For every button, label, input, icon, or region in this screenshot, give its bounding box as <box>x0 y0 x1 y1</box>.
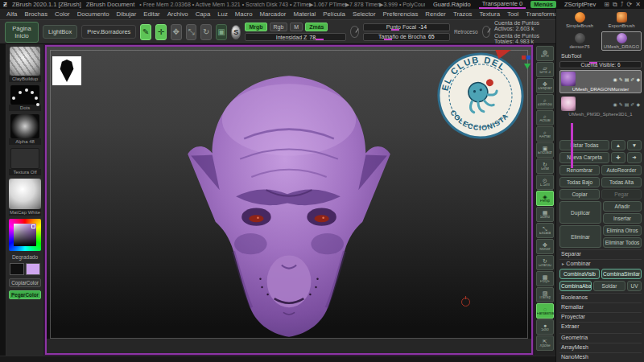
subtool-thumbnail[interactable] <box>561 72 576 86</box>
visible-count-slider[interactable]: Cuenta Visible: 6 <box>559 61 642 68</box>
secondary-color-swatch[interactable] <box>26 263 40 275</box>
menu-item[interactable]: Editar <box>143 10 159 18</box>
color-picker[interactable] <box>9 219 41 251</box>
insert-button[interactable]: Insertar <box>603 213 642 224</box>
slider-thumb[interactable] <box>384 39 392 40</box>
paste-color-button[interactable]: PegarColor <box>9 290 41 299</box>
right-shelf-button[interactable]: ↻ Girar3D <box>536 255 554 270</box>
menu-item[interactable]: Render <box>425 10 446 18</box>
menus-button[interactable]: Menús <box>530 1 556 8</box>
delete-button[interactable]: Eliminar <box>559 225 601 248</box>
folder-go-icon[interactable]: ➜ <box>627 152 642 163</box>
right-shelf-button[interactable]: ▨ Transp <box>536 287 554 302</box>
right-shelf-button[interactable]: ▦ Suelo <box>536 207 554 222</box>
quick-save-button[interactable]: Guard.Rápido <box>430 1 474 8</box>
move-down-button[interactable]: ▼ <box>627 140 642 150</box>
paint-icon[interactable]: ✎ <box>619 101 623 107</box>
mrgb-button[interactable]: Mrgb <box>245 23 266 31</box>
slider-thumb[interactable] <box>391 29 399 31</box>
menu-item[interactable]: Material <box>293 10 316 18</box>
merge-visible-button[interactable]: CombinaVisib <box>559 269 600 279</box>
right-shelf-button[interactable]: ↻ Girar <box>536 158 554 174</box>
extract-section-header[interactable]: Extraer <box>559 322 642 330</box>
right-shelf-button[interactable]: ▩ PolyF <box>536 271 554 286</box>
remesh-section-header[interactable]: Remallar <box>559 302 642 311</box>
right-shelf-button[interactable]: ◈ Persp <box>536 191 554 206</box>
right-shelf-button[interactable]: ◌ Fantasma <box>536 303 554 319</box>
tool-tile[interactable]: SimpleBrush <box>559 10 600 30</box>
delete-all-button[interactable]: Eliminar Todos <box>603 237 642 248</box>
current-brush-thumbnail[interactable]: ClayBuildup <box>9 47 41 82</box>
tool-tile[interactable]: UMesh_DRAGO <box>601 31 642 51</box>
all-low-button[interactable]: Todas Bajo <box>559 177 600 187</box>
menu-item[interactable]: Tool <box>507 10 518 18</box>
slider-thumb[interactable] <box>589 62 597 64</box>
subtool-row[interactable]: ◉ ✎ ▤ ✐ ◆ UMesh_PM3D_Sphere3D1_1 <box>559 95 642 118</box>
copy-color-button[interactable]: CopiarColor <box>9 278 41 287</box>
right-shelf-button[interactable]: ✥ Desplaz <box>536 78 554 93</box>
palette-section-header[interactable]: NanoMesh <box>559 352 642 360</box>
split-section-header[interactable]: Separar <box>559 249 642 257</box>
draw-mode-button[interactable]: ✛ <box>155 24 167 40</box>
menu-item[interactable]: Marcador <box>260 10 287 18</box>
current-alpha-thumbnail[interactable]: Alpha 48 <box>9 114 41 145</box>
paste-button[interactable]: Pegar <box>601 189 642 200</box>
right-shelf-button[interactable]: ⤡ Escala <box>536 223 554 238</box>
menu-item[interactable]: Archivo <box>167 10 188 18</box>
edit-mode-button[interactable]: ✎ <box>140 24 151 40</box>
right-shelf-button[interactable]: ✥ Mover <box>536 239 554 254</box>
scale-mode-button[interactable]: ⤡ <box>186 24 197 40</box>
right-shelf-button[interactable]: ▣ Encuadr <box>536 142 554 158</box>
brush-size-slider[interactable]: Tamaño de Brocha 65 <box>363 33 450 41</box>
lightbox-button[interactable]: LightBox <box>43 25 77 39</box>
menu-item[interactable]: Película <box>323 10 345 18</box>
pen-icon[interactable]: ✐ <box>630 76 634 82</box>
delete-other-button[interactable]: Elimina Otros <box>603 225 642 236</box>
subtool-row[interactable]: ◉ ✎ ▤ ✐ ◆ UMesh_DRAGONMonster <box>559 70 642 93</box>
rgb-button[interactable]: Rgb <box>270 23 288 31</box>
new-folder-button[interactable]: Nueva Carpeta <box>559 152 609 163</box>
layers-icon[interactable]: ▤ <box>625 76 630 82</box>
focal-shift-knob-icon[interactable] <box>350 26 359 38</box>
main-color-swatch[interactable] <box>10 263 24 275</box>
autoreorder-button[interactable]: AutoReorder <box>601 165 642 175</box>
append-button[interactable]: Añadir <box>603 201 642 212</box>
window-control-icon[interactable]: ✕ <box>635 1 641 9</box>
right-shelf-button[interactable]: ⊙ L.Sim <box>536 175 554 190</box>
scroll-indicator[interactable] <box>571 123 573 168</box>
right-shelf-button[interactable]: ⌕ Zoom3D <box>536 94 554 109</box>
transparent-button[interactable]: Transparente 0 <box>479 0 526 9</box>
move-up-button[interactable]: ▲ <box>611 140 625 150</box>
subtool-header[interactable]: SubTool <box>559 52 642 60</box>
points-knob-icon[interactable] <box>482 26 491 38</box>
zadd-button[interactable]: Zmás <box>305 23 328 31</box>
layers-icon[interactable]: ▤ <box>625 101 630 107</box>
move-mode-button[interactable]: ✥ <box>171 24 182 40</box>
left-tray-divider[interactable] <box>0 44 6 356</box>
window-control-icon[interactable]: ⊞ <box>604 1 609 9</box>
tool-tile[interactable]: demon75 <box>559 31 600 51</box>
menu-item[interactable]: Transformar <box>526 10 555 18</box>
focal-shift-slider[interactable]: Punto Focal -14 <box>363 23 450 31</box>
merge-down-button[interactable]: CombinaAbajo <box>559 281 592 291</box>
diamond-icon[interactable]: ◆ <box>636 76 640 82</box>
folder-add-icon[interactable]: ✚ <box>611 152 625 163</box>
slider-thumb[interactable] <box>316 39 324 40</box>
zscript-preview-button[interactable]: ZScriptPrev <box>561 1 599 8</box>
menu-item[interactable]: Alfa <box>6 10 17 18</box>
weld-button[interactable]: Soldar <box>593 281 625 291</box>
palette-section-header[interactable]: ArrayMesh <box>559 343 642 351</box>
merge-similar-button[interactable]: CombinaSimilar <box>601 269 642 279</box>
menu-item[interactable]: Luz <box>217 10 228 18</box>
document-canvas[interactable]: EL CLUB DEL COLECCIONISTA <box>45 45 533 355</box>
merge-section-header[interactable]: Combinar <box>559 259 642 267</box>
menu-item[interactable]: Brochas <box>24 10 47 18</box>
gizmo-button[interactable]: ▣ <box>216 24 227 40</box>
boolean-section-header[interactable]: Booleanos <box>559 293 642 301</box>
right-shelf-button[interactable]: ⌕ Actual <box>536 110 554 125</box>
m-button[interactable]: M <box>290 23 303 31</box>
sculptris-pro-button[interactable]: S <box>231 25 241 39</box>
right-shelf-button[interactable]: ⇱ Xpose <box>536 335 554 351</box>
project-section-header[interactable]: Proyectar <box>559 312 642 320</box>
rename-button[interactable]: Renombrar <box>559 165 600 175</box>
